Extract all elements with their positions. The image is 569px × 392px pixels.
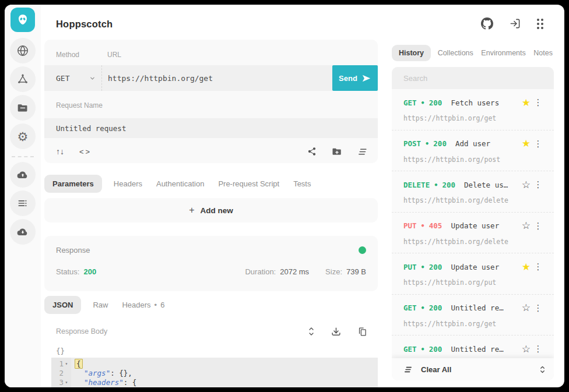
request-url: https://httpbin.org/put: [403, 278, 546, 287]
right-panel: History Collections Environments Notes G…: [392, 5, 554, 387]
star-icon[interactable]: [522, 98, 531, 108]
download-icon[interactable]: [331, 327, 341, 337]
request-name-input[interactable]: Untitled request: [44, 118, 378, 138]
fold-icon[interactable]: ▾: [64, 361, 69, 366]
tab-collections[interactable]: Collections: [437, 45, 475, 61]
share-icon[interactable]: [307, 147, 317, 156]
sidebar-item-graphql[interactable]: [10, 66, 36, 92]
sidebar-item-sync-upload[interactable]: [10, 162, 36, 188]
save-to-collection-icon[interactable]: [332, 146, 342, 157]
response-tabs: JSON Raw Headers • 6: [44, 296, 378, 314]
history-item[interactable]: DELETE200 Delete us… ⋮ https://httpbin.o…: [392, 171, 554, 213]
tab-headers[interactable]: Headers: [111, 175, 145, 193]
history-item[interactable]: PUT200 Update user ⋮ https://httpbin.org…: [392, 253, 554, 295]
gear-icon: ⚙: [17, 130, 29, 143]
status-code: 200: [429, 98, 442, 107]
method-badge: PUT: [403, 221, 417, 230]
more-options-icon[interactable]: ⋮: [531, 97, 546, 108]
hoppscotch-logo-icon[interactable]: [10, 8, 35, 32]
matched-bracket: {: [75, 359, 83, 369]
more-options-icon[interactable]: ⋮: [531, 303, 546, 313]
status-code: 200: [433, 139, 447, 148]
status-code: 200: [429, 303, 442, 312]
history-item[interactable]: GET200 Fetch users ⋮ https://httpbin.org…: [392, 89, 554, 130]
history-item[interactable]: POST200 Add user ⋮ https://httpbin.org/p…: [392, 130, 554, 172]
more-options-icon[interactable]: ⋮: [531, 179, 546, 190]
collapse-panel-icon[interactable]: [539, 365, 546, 374]
history-item[interactable]: GET200 Untitled re… ⋮ https://httpbin.or…: [392, 295, 554, 336]
history-item[interactable]: PUT405 Update user ⋮ https://httpbin.org…: [392, 213, 554, 254]
tab-response-headers-label: Headers: [122, 301, 150, 309]
app-window: ⚙ Hoppscotch: [5, 5, 564, 387]
more-options-icon[interactable]: ⋮: [531, 139, 546, 149]
tab-response-headers[interactable]: Headers • 6: [120, 296, 167, 314]
method-select[interactable]: GET: [44, 65, 101, 91]
wrap-lines-icon[interactable]: [357, 147, 367, 156]
request-title: Update user: [451, 221, 499, 230]
send-button[interactable]: Send: [332, 65, 378, 91]
more-options-icon[interactable]: ⋮: [531, 221, 546, 231]
star-icon[interactable]: [522, 139, 531, 149]
fold-icon[interactable]: ▾: [64, 380, 69, 385]
response-body-row: Response Body: [44, 324, 378, 339]
expand-collapse-icon[interactable]: [308, 327, 315, 336]
star-icon[interactable]: [522, 180, 531, 190]
status-group: PUT200: [403, 263, 442, 271]
json-key: "args": [84, 369, 110, 377]
sidebar-item-sync-download[interactable]: [10, 219, 36, 245]
method-label: Method: [44, 51, 107, 59]
tab-parameters[interactable]: Parameters: [44, 175, 102, 193]
tab-authentication[interactable]: Authentication: [154, 175, 206, 193]
sidebar-item-settings[interactable]: ⚙: [10, 123, 36, 149]
status-code: 200: [429, 345, 442, 354]
response-body-editor[interactable]: 1▾ 2 3▾ { "args": {}, "headers": {: [51, 358, 378, 387]
status-code: 200: [442, 181, 455, 189]
size-value: 739 B: [346, 267, 366, 276]
status-separator-dot: [421, 98, 425, 107]
json-filter-icon[interactable]: {}: [56, 347, 65, 355]
send-button-label: Send: [339, 74, 357, 83]
duration-value: 2072 ms: [280, 267, 309, 276]
request-tabs: Parameters Headers Authentication Pre-re…: [44, 175, 378, 193]
status-separator-dot: [421, 221, 425, 230]
method-badge: GET: [403, 303, 417, 312]
sidebar-item-docs[interactable]: [10, 190, 36, 216]
response-body-label: Response Body: [56, 327, 107, 336]
search-input[interactable]: [403, 74, 542, 83]
add-new-label: Add new: [201, 206, 233, 215]
add-new-button[interactable]: + Add new: [44, 198, 378, 223]
sort-icon[interactable]: ↑↓: [56, 147, 64, 156]
more-options-icon[interactable]: ⋮: [531, 262, 546, 272]
method-value: GET: [56, 74, 69, 83]
star-icon[interactable]: [522, 262, 531, 272]
tab-pre-request-script[interactable]: Pre-request Script: [216, 175, 282, 193]
tab-raw[interactable]: Raw: [90, 296, 110, 314]
headers-count: 6: [160, 301, 164, 309]
line-number: 3: [55, 378, 64, 387]
chevron-down-icon: [89, 75, 96, 82]
status-group: GET200: [403, 303, 442, 312]
tab-history[interactable]: History: [392, 45, 431, 61]
sidebar: ⚙: [5, 5, 41, 387]
more-options-icon[interactable]: ⋮: [531, 344, 546, 354]
clear-all-button[interactable]: Clear All: [421, 365, 451, 374]
tab-json[interactable]: JSON: [44, 296, 81, 314]
request-title: Fetch users: [451, 98, 499, 107]
code-snippet-icon[interactable]: <>: [79, 147, 92, 156]
status-value: 200: [83, 267, 96, 276]
sidebar-item-rest[interactable]: [10, 38, 36, 63]
star-icon[interactable]: [522, 221, 531, 231]
tab-environments[interactable]: Environments: [480, 45, 526, 61]
response-title: Response: [56, 246, 90, 255]
list-icon: [17, 197, 29, 209]
star-icon[interactable]: [522, 303, 531, 313]
tab-notes[interactable]: Notes: [532, 45, 554, 61]
cloud-download-icon: [16, 225, 29, 238]
star-icon[interactable]: [522, 344, 531, 354]
status-group: GET200: [403, 345, 442, 354]
method-badge: DELETE: [403, 181, 430, 189]
copy-icon[interactable]: [357, 327, 367, 337]
tab-tests[interactable]: Tests: [291, 175, 313, 193]
sidebar-item-collections[interactable]: [10, 95, 36, 121]
status-separator-dot: [434, 181, 438, 189]
